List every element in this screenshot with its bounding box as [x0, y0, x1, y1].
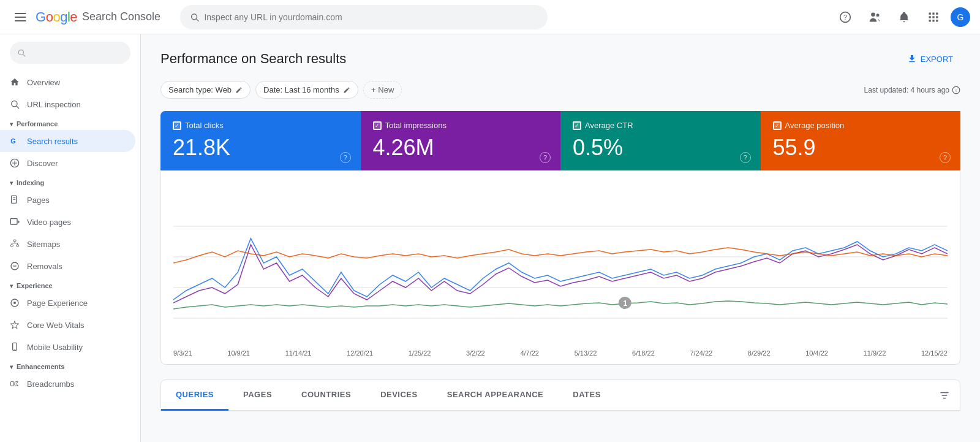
users-button[interactable] [862, 5, 887, 29]
sidebar-label-url-inspection: URL inspection [27, 100, 81, 109]
tabs-row: QUERIES PAGES COUNTRIES DEVICES SEARCH A… [161, 380, 960, 411]
checkbox-ctr [573, 121, 581, 130]
sidebar-item-removals[interactable]: Removals [0, 255, 135, 277]
sidebar-section-indexing[interactable]: ▾ Indexing [0, 174, 140, 189]
help-icon: ? [839, 11, 851, 23]
sidebar-section-enhancements[interactable]: ▾ Enhancements [0, 358, 140, 373]
checkbox-position [773, 121, 782, 130]
sidebar-item-core-web-vitals[interactable]: Core Web Vitals [0, 314, 135, 336]
svg-rect-13 [932, 16, 934, 18]
metric-card-header: Total clicks [173, 121, 349, 130]
metric-card-header-2: Total impressions [373, 121, 549, 130]
tab-devices[interactable]: DEVICES [366, 380, 432, 411]
layout: Overview URL inspection ▾ Performance G … [0, 34, 980, 426]
page-icon [10, 195, 20, 205]
core-web-vitals-icon [10, 320, 20, 330]
sidebar-item-overview[interactable]: Overview [0, 71, 135, 93]
svg-rect-45 [10, 382, 13, 386]
sidebar-label-video-pages: Video pages [27, 218, 71, 227]
metric-card-total-clicks[interactable]: Total clicks 21.8K ? [160, 111, 361, 170]
sidebar-item-search-results[interactable]: G Search results [0, 130, 135, 152]
x-axis-labels: 9/3/21 10/9/21 11/14/21 12/20/21 1/25/22… [173, 345, 948, 364]
x-label-10: 8/29/22 [748, 349, 771, 357]
sidebar-search-box[interactable] [10, 42, 130, 64]
metric-label-position: Average position [785, 121, 845, 130]
page-header: Performance on Search results EXPORT [160, 49, 960, 69]
tab-search-appearance[interactable]: SEARCH APPEARANCE [432, 380, 559, 411]
chevron-down-icon: ▾ [10, 121, 13, 128]
sidebar-label-mobile-usability: Mobile Usability [27, 343, 83, 352]
x-label-9: 7/24/22 [690, 349, 712, 357]
tab-queries[interactable]: QUERIES [161, 380, 228, 411]
x-label-6: 4/7/22 [520, 349, 539, 357]
mobile-icon [10, 342, 20, 352]
removals-icon [10, 261, 20, 271]
metric-card-avg-position[interactable]: Average position 55.9 ? [761, 111, 961, 170]
search-bar[interactable] [180, 5, 548, 29]
metric-cards: Total clicks 21.8K ? Total impressions 4… [160, 111, 960, 170]
notifications-button[interactable] [892, 5, 916, 29]
metric-card-header-3: Average CTR [573, 121, 748, 130]
users-icon [869, 11, 881, 23]
metric-card-total-impressions[interactable]: Total impressions 4.26M ? [361, 111, 561, 170]
metric-label-ctr: Average CTR [585, 121, 633, 130]
sidebar: Overview URL inspection ▾ Performance G … [0, 34, 141, 426]
sidebar-item-page-experience[interactable]: Page Experience [0, 292, 135, 314]
sidebar-label-removals: Removals [27, 262, 62, 271]
metric-value-impressions: 4.26M [373, 135, 549, 161]
avatar[interactable]: G [951, 7, 970, 27]
sidebar-item-mobile-usability[interactable]: Mobile Usability [0, 336, 135, 358]
sidebar-label-search-results: Search results [27, 137, 78, 146]
google-g-icon: G [10, 136, 20, 146]
apps-button[interactable] [921, 5, 946, 29]
filter-rows-button[interactable] [929, 380, 960, 410]
svg-rect-17 [936, 20, 938, 21]
tab-pages[interactable]: PAGES [228, 380, 287, 411]
sidebar-item-sitemaps[interactable]: Sitemaps [0, 233, 135, 255]
svg-marker-30 [18, 220, 20, 223]
main-content: Performance on Search results EXPORT Sea… [141, 34, 980, 426]
header-actions: ? G [833, 5, 970, 29]
export-button[interactable]: EXPORT [900, 49, 960, 69]
svg-rect-9 [929, 12, 931, 14]
svg-rect-10 [932, 12, 934, 14]
tab-dates[interactable]: DATES [558, 380, 616, 411]
svg-text:i: i [956, 88, 956, 92]
sidebar-item-url-inspection[interactable]: URL inspection [0, 93, 135, 115]
new-filter-button[interactable]: + New [363, 81, 402, 99]
svg-text:1: 1 [623, 299, 627, 308]
bell-icon [898, 11, 910, 23]
svg-rect-16 [932, 20, 934, 21]
svg-rect-12 [929, 16, 931, 18]
metric-card-avg-ctr[interactable]: Average CTR 0.5% ? [560, 111, 761, 170]
search-input[interactable] [204, 12, 538, 22]
chart-container: 1 1 9/3/21 10/9/21 11/14/21 12/20/21 1/2… [160, 170, 960, 365]
info-icon-ctr: ? [740, 152, 751, 163]
sidebar-item-breadcrumbs[interactable]: Breadcrumbs [0, 373, 135, 395]
search-type-filter[interactable]: Search type: Web [160, 81, 251, 99]
last-updated-text: Last updated: 4 hours ago [864, 86, 949, 94]
download-icon [907, 54, 917, 64]
sidebar-section-experience[interactable]: ▾ Experience [0, 277, 140, 292]
performance-chart: 1 1 [173, 183, 948, 343]
date-filter[interactable]: Date: Last 16 months [255, 81, 358, 99]
sidebar-item-video-pages[interactable]: Video pages [0, 211, 135, 233]
menu-button[interactable] [10, 7, 31, 28]
search-type-label: Search type: Web [168, 85, 232, 94]
checkbox-clicks [173, 121, 181, 130]
svg-rect-2 [15, 20, 26, 21]
svg-rect-1 [15, 17, 26, 18]
sidebar-item-discover[interactable]: Discover [0, 152, 135, 174]
metric-label-clicks: Total clicks [185, 121, 224, 130]
chevron-down-icon-4: ▾ [10, 364, 13, 370]
discover-icon [10, 158, 20, 168]
tab-countries[interactable]: COUNTRIES [287, 380, 366, 411]
svg-line-21 [17, 106, 19, 109]
metric-label-impressions: Total impressions [385, 121, 447, 130]
sidebar-section-performance[interactable]: ▾ Performance [0, 115, 140, 130]
x-label-5: 3/2/22 [466, 349, 485, 357]
export-label: EXPORT [921, 55, 953, 64]
sidebar-item-pages[interactable]: Pages [0, 189, 135, 211]
help-button[interactable]: ? [833, 5, 858, 29]
info-icon-impressions: ? [540, 152, 551, 163]
